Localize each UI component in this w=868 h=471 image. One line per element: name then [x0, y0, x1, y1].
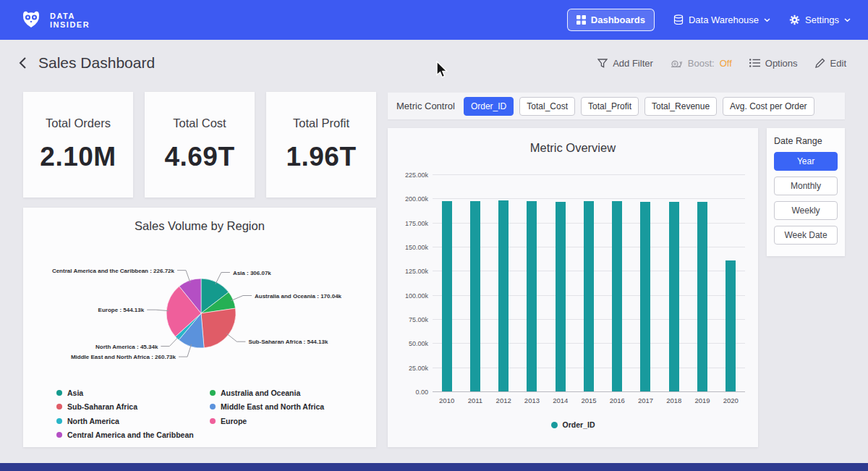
metric-button-total-profit[interactable]: Total_Profit: [581, 97, 639, 116]
y-tick-label: 100.00k: [389, 292, 428, 300]
bar-2018[interactable]: [669, 202, 679, 391]
options-button[interactable]: Options: [749, 58, 798, 69]
bar-2013[interactable]: [527, 201, 537, 391]
pie-legend-item[interactable]: North America: [56, 414, 210, 428]
bar-2012[interactable]: [498, 200, 509, 391]
data-warehouse-menu[interactable]: Data Warehouse: [673, 14, 770, 25]
bar-2017[interactable]: [640, 202, 650, 391]
kpi-label: Total Profit: [293, 116, 349, 130]
pie-callout-label: Australia and Oceania : 170.04k: [255, 293, 342, 300]
y-tick-label: 25.00k: [389, 365, 428, 372]
boost-toggle[interactable]: Boost: Off: [671, 58, 732, 69]
legend-dot: [56, 432, 62, 438]
kpi-card-total-profit: Total Profit 1.96T: [266, 92, 376, 198]
pie-callout-label: Sub-Saharan Africa : 544.13k: [248, 339, 328, 345]
legend-label: Asia: [67, 389, 83, 397]
chevron-down-icon: [844, 18, 851, 22]
bar-slot: 2010: [433, 174, 461, 391]
bar-slot: 2020: [717, 174, 745, 391]
bar-2015[interactable]: [584, 201, 594, 391]
pie-callout-line: [161, 337, 179, 347]
pie-legend-item[interactable]: Central America and the Caribbean: [56, 428, 210, 443]
pie-callout-line: [147, 310, 169, 310]
boost-label: Boost:: [688, 58, 715, 69]
x-tick-label: 2020: [702, 396, 760, 404]
kpi-card-total-orders: Total Orders 2.10M: [23, 92, 133, 198]
owl-logo-icon: [19, 8, 43, 33]
pie-callout-label: Asia : 306.07k: [233, 270, 271, 276]
header-actions: Add Filter Boost: Off: [597, 58, 846, 69]
metric-button-total-cost[interactable]: Total_Cost: [519, 97, 575, 116]
bar-plot-area: 2010201120122013201420152016201720182019…: [433, 174, 745, 391]
logo-line1: DATA: [50, 12, 90, 20]
y-tick-label: 175.00k: [389, 220, 428, 227]
pie-callout-label: Middle East and North Africa : 260.73k: [71, 354, 176, 360]
date-range-monthly-button[interactable]: Monthly: [774, 177, 838, 195]
bar-2010[interactable]: [442, 201, 452, 391]
pie-chart-title: Sales Volume by Region: [23, 208, 376, 233]
legend-label: Australia and Oceania: [221, 389, 300, 397]
pie-legend-item[interactable]: Australia and Oceania: [210, 386, 324, 400]
kpi-value: 2.10M: [40, 142, 116, 172]
sales-dashboard-page: DATA INSIDER Dashboards: [0, 0, 868, 471]
legend-label: Order_ID: [563, 420, 595, 429]
chevron-down-icon: [764, 18, 770, 22]
legend-dot: [56, 418, 62, 424]
metric-button-total-revenue[interactable]: Total_Revenue: [644, 97, 717, 116]
add-filter-label: Add Filter: [613, 58, 653, 69]
settings-menu[interactable]: Settings: [789, 14, 851, 25]
y-tick-label: 225.00k: [389, 171, 428, 179]
pie-callout-label: North America : 45.34k: [95, 344, 158, 350]
bar-slot: 2014: [546, 174, 574, 391]
y-axis-ticks: 225.00k200.00k175.00k150.00k125.00k100.0…: [389, 174, 428, 391]
boost-value: Off: [720, 58, 732, 69]
kpi-value: 4.69T: [164, 142, 234, 172]
edit-button[interactable]: Edit: [815, 58, 846, 69]
date-range-label: Date Range: [774, 136, 838, 146]
bar-2014[interactable]: [556, 202, 566, 392]
legend-label: Central America and the Caribbean: [67, 430, 194, 439]
back-button[interactable]: [19, 56, 27, 69]
metric-control-label: Metric Control: [396, 101, 455, 111]
add-filter-button[interactable]: Add Filter: [597, 58, 653, 69]
date-range-weekly-button[interactable]: Weekly: [774, 201, 838, 220]
boost-snail-icon: [671, 59, 683, 68]
bar-2016[interactable]: [612, 201, 622, 391]
metric-button-order-id[interactable]: Order_ID: [464, 97, 514, 116]
y-tick-label: 125.00k: [389, 268, 428, 275]
dashboards-label: Dashboards: [591, 14, 645, 25]
metric-overview-card: Metric Overview 225.00k200.00k175.00k150…: [388, 128, 758, 447]
pie-legend-item[interactable]: Asia: [56, 386, 210, 400]
kpi-label: Total Orders: [46, 116, 111, 130]
bar-slot: 2016: [603, 174, 631, 391]
metric-button-avg-cost-per-order[interactable]: Avg. Cost per Order: [723, 97, 814, 116]
dashboard-header: Sales Dashboard Add Filter Boost: Off: [0, 40, 868, 86]
legend-dot: [210, 418, 216, 424]
pie-legend-item[interactable]: Sub-Saharan Africa: [56, 400, 210, 415]
pencil-icon: [815, 58, 825, 68]
pie-legend-item[interactable]: Middle East and North Africa: [210, 400, 324, 415]
legend-dot: [551, 422, 558, 428]
bar-2019[interactable]: [697, 202, 707, 391]
bar-slot: 2018: [660, 174, 688, 391]
pie-chart: Asia : 306.07kAustralia and Oceania : 17…: [23, 231, 376, 383]
bar-2020[interactable]: [726, 260, 736, 391]
logo[interactable]: DATA INSIDER: [19, 8, 90, 33]
date-range-year-button[interactable]: Year: [774, 152, 838, 171]
edit-label: Edit: [830, 58, 846, 69]
gridline: [433, 391, 745, 392]
legend-dot: [210, 404, 216, 410]
dashboards-button[interactable]: Dashboards: [567, 9, 655, 31]
pie-slice[interactable]: [201, 308, 236, 348]
legend-dot: [56, 404, 62, 410]
bar-2011[interactable]: [470, 201, 480, 391]
date-range-week-date-button[interactable]: Week Date: [774, 226, 838, 245]
options-label: Options: [765, 58, 798, 69]
pie-legend-item[interactable]: Europe: [210, 414, 324, 428]
pie-callout-line: [226, 334, 245, 341]
footer-bar: [0, 463, 868, 471]
list-icon: [749, 59, 760, 67]
bar-legend[interactable]: Order_ID: [388, 420, 758, 429]
y-tick-label: 200.00k: [389, 195, 428, 203]
filter-funnel-icon: [597, 59, 608, 68]
